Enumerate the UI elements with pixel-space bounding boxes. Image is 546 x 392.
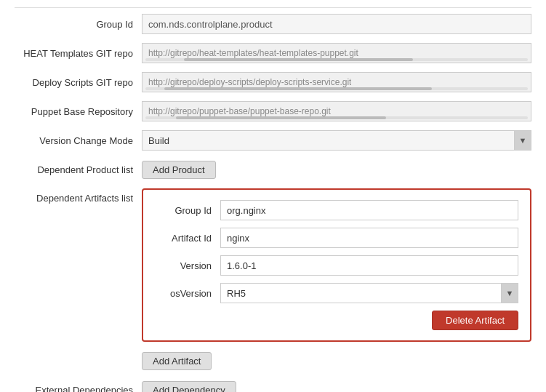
scroll-thumb	[184, 58, 414, 61]
deploy-scripts-row: Deploy Scripts GIT repo http://gitrepo/d…	[15, 72, 531, 92]
puppet-base-label: Puppet Base Repository	[15, 106, 142, 117]
artifact-id-row: Artifact Id	[155, 228, 518, 248]
version-change-wrapper: Build Tag None ▼	[142, 130, 531, 151]
artifact-os-version-wrapper: RH5 RH6 RH7 ▼	[220, 283, 518, 303]
deploy-scripts-label: Deploy Scripts GIT repo	[15, 77, 142, 88]
main-form: Group Id HEAT Templates GIT repo http://…	[0, 0, 546, 392]
scroll-indicator-2	[145, 87, 528, 90]
add-product-button[interactable]: Add Product	[142, 161, 216, 179]
artifact-group-id-label: Group Id	[155, 205, 220, 216]
artifact-footer: Delete Artifact	[155, 311, 518, 330]
dependent-product-label: Dependent Product list	[15, 164, 142, 175]
add-dependency-button[interactable]: Add Dependency	[142, 381, 236, 393]
artifact-group-id-row: Group Id	[155, 200, 518, 220]
artifact-os-version-row: osVersion RH5 RH6 RH7 ▼	[155, 283, 518, 303]
scroll-indicator	[145, 58, 528, 61]
puppet-base-row: Puppet Base Repository http://gitrepo/pu…	[15, 101, 531, 121]
heat-templates-value: http://gitrepo/heat-templates/heat-templ…	[148, 48, 358, 58]
artifact-os-version-select[interactable]: RH5 RH6 RH7	[220, 283, 518, 303]
artifact-id-input[interactable]	[220, 228, 518, 248]
version-change-select[interactable]: Build Tag None	[142, 130, 531, 151]
heat-templates-row: HEAT Templates GIT repo http://gitrepo/h…	[15, 43, 531, 63]
artifact-version-input[interactable]	[220, 255, 518, 276]
artifact-group-id-input[interactable]	[220, 200, 518, 220]
deploy-scripts-value: http://gitrepo/deploy-scripts/deploy-scr…	[148, 77, 351, 87]
heat-templates-input[interactable]: http://gitrepo/heat-templates/heat-templ…	[142, 43, 531, 63]
external-deps-row: External Dependencies Add Dependency	[15, 380, 531, 392]
version-change-row: Version Change Mode Build Tag None ▼	[15, 130, 531, 151]
artifact-version-label: Version	[155, 260, 220, 271]
heat-templates-label: HEAT Templates GIT repo	[15, 48, 142, 59]
version-change-label: Version Change Mode	[15, 135, 142, 146]
group-id-input[interactable]	[142, 14, 531, 34]
puppet-base-value: http://gitrepo/puppet-base/puppet-base-r…	[148, 106, 331, 116]
add-artifact-row: Add Artifact	[15, 351, 531, 371]
dependent-artifacts-row: Dependent Artifacts list Group Id Artifa…	[15, 188, 531, 342]
dependent-product-row: Dependent Product list Add Product	[15, 159, 531, 180]
artifact-os-version-label: osVersion	[155, 288, 220, 299]
group-id-row: Group Id	[15, 7, 531, 34]
puppet-base-input[interactable]: http://gitrepo/puppet-base/puppet-base-r…	[142, 101, 531, 121]
scroll-thumb-2	[164, 87, 432, 90]
scroll-thumb-3	[176, 116, 386, 119]
scroll-indicator-3	[145, 116, 528, 119]
delete-artifact-button[interactable]: Delete Artifact	[432, 311, 518, 330]
deploy-scripts-input[interactable]: http://gitrepo/deploy-scripts/deploy-scr…	[142, 72, 531, 92]
artifact-id-label: Artifact Id	[155, 233, 220, 244]
dependent-artifacts-label: Dependent Artifacts list	[15, 188, 142, 204]
external-deps-label: External Dependencies	[15, 385, 142, 393]
add-artifact-button[interactable]: Add Artifact	[142, 352, 212, 370]
artifact-version-row: Version	[155, 255, 518, 276]
artifact-box: Group Id Artifact Id Version osVersion R…	[142, 188, 531, 342]
group-id-label: Group Id	[15, 19, 142, 30]
